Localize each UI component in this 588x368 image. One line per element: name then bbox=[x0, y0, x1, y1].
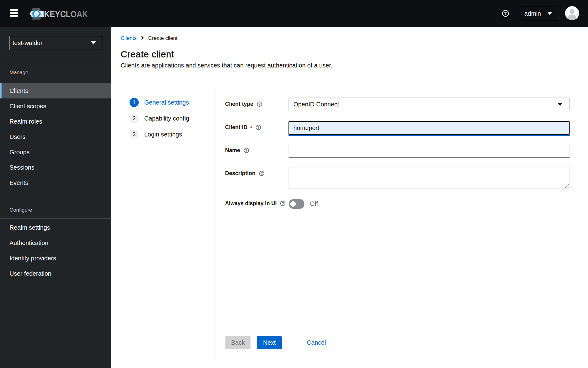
svg-text:KEYCLOAK: KEYCLOAK bbox=[44, 9, 88, 19]
svg-text:?: ? bbox=[504, 11, 507, 16]
